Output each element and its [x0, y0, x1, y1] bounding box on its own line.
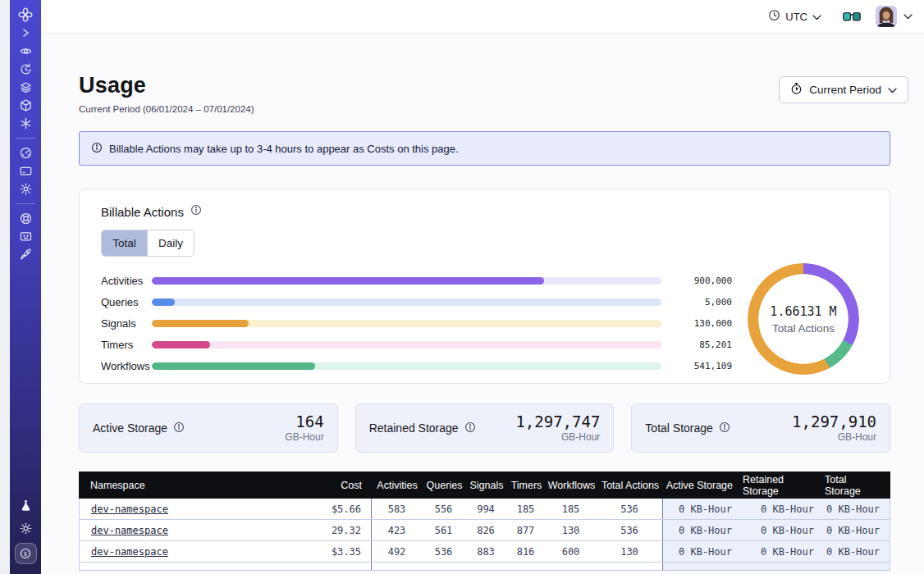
active-storage-value: 164: [285, 413, 323, 431]
bar-fill: [152, 362, 315, 370]
donut-total-label: Total Actions: [772, 322, 835, 335]
cell-active-storage: 0 KB-Hour: [662, 541, 742, 562]
usage-gauge-icon[interactable]: [10, 146, 41, 159]
cell-retained-storage: 0 KB-Hour: [742, 541, 824, 562]
total-daily-tabs: Total Daily: [101, 230, 194, 257]
schedules-icon[interactable]: [10, 62, 41, 75]
billable-bar-row: Workflows 541,109: [101, 355, 732, 376]
col-activities: Activities: [372, 472, 423, 499]
bar-track: [152, 298, 661, 306]
total-storage-value: 1,297,910: [792, 413, 876, 431]
cell-active-storage: 0 KB-Hour: [662, 520, 742, 540]
bar-track: [152, 341, 661, 348]
retained-storage-value: 1,297,747: [515, 413, 600, 431]
sidebar: $: [10, 0, 41, 574]
bar-value: 541,109: [673, 361, 732, 371]
namespaces-icon[interactable]: [10, 44, 41, 57]
total-storage-card: Total Storage 1,297,910 GB-Hour: [631, 403, 890, 453]
layers-icon[interactable]: [10, 80, 41, 93]
getting-started-rocket-icon[interactable]: [10, 248, 41, 261]
info-icon[interactable]: [464, 421, 476, 435]
bar-label: Activities: [101, 275, 152, 287]
total-storage-label: Total Storage: [645, 421, 713, 435]
bar-label: Queries: [101, 296, 152, 308]
bar-value: 900,000: [673, 276, 732, 286]
table-row-partial: [80, 563, 890, 571]
cell-workflows: 130: [545, 520, 597, 540]
cell-timers: 877: [506, 520, 545, 540]
billable-actions-title: Billable Actions: [101, 205, 184, 219]
col-namespace: Namespace: [79, 472, 293, 499]
user-avatar[interactable]: [876, 6, 897, 27]
labs-flask-icon[interactable]: [10, 499, 41, 512]
cell-total-storage: 0 KB-Hour: [824, 520, 890, 540]
cell-timers: 185: [506, 499, 545, 519]
svg-text:$: $: [24, 550, 27, 558]
cell-cost: 29.32: [292, 520, 371, 540]
account-menu-chevron-icon[interactable]: [903, 14, 913, 20]
clock-icon: [768, 9, 780, 25]
cell-signals: 994: [465, 499, 506, 519]
bar-fill: [152, 277, 544, 285]
deployments-cube-icon[interactable]: [10, 98, 41, 112]
support-lifebuoy-icon[interactable]: [10, 212, 41, 225]
glasses-icon[interactable]: [843, 11, 861, 22]
temporal-logo-icon[interactable]: [10, 8, 41, 21]
chevron-down-icon: [888, 84, 897, 96]
cell-total-storage: 0 KB-Hour: [824, 499, 890, 519]
namespace-usage-table: Namespace Cost Activities Queries Signal…: [79, 472, 890, 571]
bar-track: [152, 320, 661, 327]
stopwatch-icon: [790, 82, 803, 98]
col-active-storage: Active Storage: [663, 472, 743, 499]
table-row[interactable]: dev-namespace 29.32 423 561 826 877 130 …: [80, 520, 890, 541]
retained-storage-unit: GB-Hour: [515, 431, 600, 443]
col-workflows: Workflows: [546, 472, 597, 499]
bar-value: 130,000: [673, 318, 732, 329]
timezone-label: UTC: [785, 11, 807, 23]
billable-bar-row: Activities 900,000: [101, 270, 732, 291]
cell-total-actions: 536: [597, 499, 662, 519]
cell-activities: 583: [371, 499, 422, 519]
namespace-link[interactable]: dev-namespace: [91, 503, 168, 515]
cell-retained-storage: 0 KB-Hour: [742, 520, 824, 540]
info-icon: [91, 142, 103, 156]
bar-track: [152, 277, 661, 285]
table-header: Namespace Cost Activities Queries Signal…: [79, 472, 890, 499]
billable-actions-card: Billable Actions Total Daily Activities …: [79, 189, 890, 384]
timezone-selector[interactable]: UTC: [768, 9, 821, 25]
tab-total[interactable]: Total: [102, 230, 147, 256]
cell-activities: 492: [371, 541, 422, 562]
billable-bar-chart: Activities 900,000 Queries 5,000 Signals…: [101, 270, 732, 376]
active-storage-unit: GB-Hour: [285, 431, 323, 443]
namespace-link[interactable]: dev-namespace: [91, 525, 168, 536]
table-row[interactable]: dev-namespace $5.66 583 556 994 185 185 …: [80, 499, 890, 520]
info-icon[interactable]: [173, 421, 185, 435]
info-icon[interactable]: [719, 421, 730, 435]
cell-active-storage: 0 KB-Hour: [662, 499, 742, 519]
cell-workflows: 185: [545, 499, 597, 519]
info-icon[interactable]: [190, 204, 202, 219]
namespace-link[interactable]: dev-namespace: [91, 546, 168, 558]
cell-signals: 826: [465, 520, 506, 540]
nexus-asterisk-icon[interactable]: [10, 116, 41, 130]
feedback-monitor-icon[interactable]: [10, 230, 41, 243]
bar-fill: [152, 320, 249, 327]
table-row[interactable]: dev-namespace $3.35 492 536 883 816 600 …: [80, 541, 890, 563]
col-total-storage: Total Storage: [825, 472, 890, 499]
cell-queries: 536: [422, 541, 465, 562]
expand-chevron-icon[interactable]: [10, 26, 41, 39]
pricing-coin-icon[interactable]: $: [15, 543, 37, 564]
bar-fill: [152, 341, 210, 348]
theme-sun-icon[interactable]: [10, 522, 41, 535]
billing-card-icon[interactable]: [10, 164, 41, 177]
current-period-button[interactable]: Current Period: [779, 76, 908, 103]
topbar: UTC: [41, 0, 924, 34]
cell-queries: 556: [422, 499, 465, 519]
cell-total-actions: 536: [597, 520, 662, 540]
cell-cost: $5.66: [292, 499, 371, 519]
current-period-label: Current Period: [809, 84, 881, 96]
cell-queries: 561: [422, 520, 465, 540]
tab-daily[interactable]: Daily: [147, 230, 194, 256]
cell-cost: $3.35: [292, 541, 371, 562]
settings-gear-icon[interactable]: [10, 182, 41, 195]
